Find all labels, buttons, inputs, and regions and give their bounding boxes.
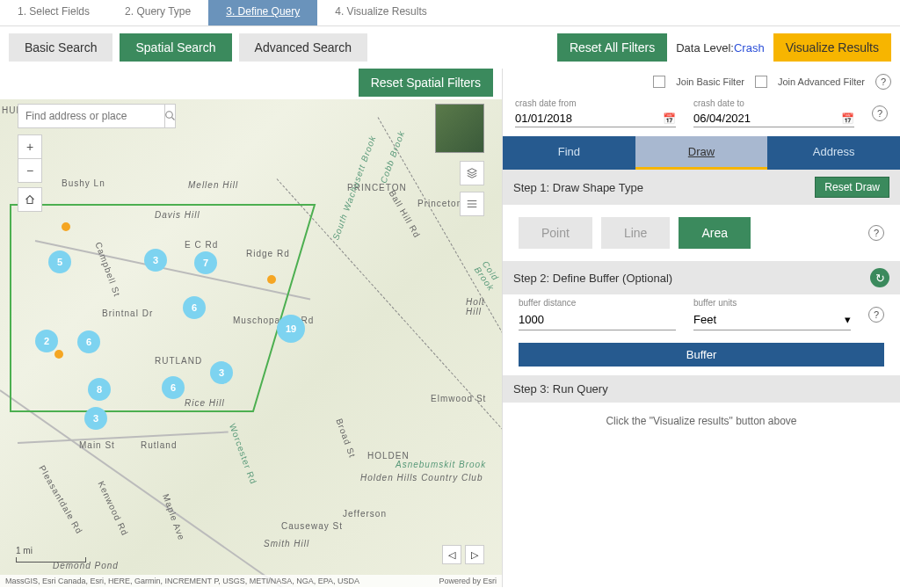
shape-line-button[interactable]: Line <box>601 217 670 249</box>
step3-header: Step 3: Run Query <box>503 375 900 403</box>
tab-draw[interactable]: Draw <box>635 136 768 170</box>
basemap-thumbnail[interactable] <box>435 104 484 153</box>
search-type-tabs: Basic Search Spatial Search Advanced Sea… <box>9 33 367 62</box>
svg-line-2 <box>172 118 175 120</box>
next-extent-button[interactable]: ▷ <box>465 545 484 564</box>
point-marker[interactable] <box>54 350 63 359</box>
visualize-results-button[interactable]: Visualize Results <box>773 33 891 62</box>
cluster-marker[interactable]: 2 <box>35 330 58 352</box>
svg-marker-0 <box>11 205 315 411</box>
map-canvas[interactable]: HUBBARDSTON PRINCETON Princeton RUTLAND … <box>0 99 502 587</box>
cluster-marker[interactable]: 8 <box>88 378 111 401</box>
join-basic-filter-checkbox[interactable] <box>653 76 665 88</box>
help-icon[interactable]: ? <box>868 225 884 241</box>
data-level-label: Data Level:Crash <box>676 41 764 54</box>
map-label-worcester: Worcester Rd <box>228 422 258 485</box>
home-extent-button[interactable] <box>18 187 42 212</box>
calendar-icon[interactable]: 📅 <box>663 113 676 125</box>
help-icon[interactable]: ? <box>868 307 884 323</box>
map-label-princeton: Princeton <box>417 199 462 208</box>
map-label-asneb: Asnebumskit Brook <box>396 460 486 469</box>
zoom-in-button[interactable]: + <box>18 134 42 159</box>
buffer-units-select[interactable]: Feet ▾ <box>693 309 851 330</box>
search-icon[interactable] <box>164 104 176 128</box>
point-marker[interactable] <box>62 222 70 231</box>
refresh-icon[interactable]: ↻ <box>870 268 889 287</box>
map-label-bushy: Bushy Ln <box>62 178 105 188</box>
prev-extent-button[interactable]: ◁ <box>442 545 461 564</box>
join-advanced-filter-label: Join Advanced Filter <box>778 76 865 87</box>
zoom-out-button[interactable]: − <box>18 158 42 183</box>
map-panel: Reset Spatial Filters HUBBARDSTON PRINCE… <box>0 69 502 587</box>
map-label-holdencc: Holden Hills Country Club <box>360 473 483 483</box>
date-to-input[interactable] <box>693 112 841 125</box>
wizard-step-1[interactable]: 1. Select Fields <box>0 0 107 25</box>
point-marker[interactable] <box>267 275 276 284</box>
map-label-rutland-caps: RUTLAND <box>155 356 202 366</box>
step2-header: Step 2: Define Buffer (Optional) ↻ <box>503 261 900 294</box>
map-search-input[interactable] <box>18 110 164 122</box>
wizard-step-3[interactable]: 3. Define Query <box>208 0 317 25</box>
calendar-icon[interactable]: 📅 <box>841 113 854 125</box>
data-level-key: Data Level: <box>676 41 734 54</box>
map-label-ridge: Ridge Rd <box>246 249 290 258</box>
layers-button[interactable] <box>460 161 484 185</box>
map-label-rutland: Rutland <box>141 440 177 450</box>
reset-all-filters-button[interactable]: Reset All Filters <box>557 33 667 62</box>
map-label-jefferson: Jefferson <box>343 509 387 519</box>
cluster-marker[interactable]: 5 <box>48 250 71 273</box>
cluster-marker[interactable]: 3 <box>144 249 167 272</box>
cluster-marker[interactable]: 6 <box>183 296 206 319</box>
buffer-units-label: buffer units <box>693 298 851 308</box>
cluster-marker[interactable]: 6 <box>77 330 100 353</box>
map-label-holt: Holt Hill <box>466 297 502 316</box>
chevron-down-icon: ▾ <box>845 313 851 326</box>
help-icon[interactable]: ? <box>875 74 891 90</box>
attribution-text: MassGIS, Esri Canada, Esri, HERE, Garmin… <box>5 577 359 585</box>
query-mode-tabs: Find Draw Address <box>503 136 900 170</box>
buffer-units-value: Feet <box>693 313 716 326</box>
toolbar: Basic Search Spatial Search Advanced Sea… <box>0 26 900 69</box>
help-icon[interactable]: ? <box>872 105 888 121</box>
map-label-cobb: Cobb Brook <box>378 129 406 185</box>
tab-advanced-search[interactable]: Advanced Search <box>239 33 368 62</box>
cluster-marker[interactable]: 7 <box>194 251 217 274</box>
map-search-box <box>18 104 176 128</box>
shape-area-button[interactable]: Area <box>679 217 751 249</box>
join-basic-filter-label: Join Basic Filter <box>676 76 744 87</box>
buffer-distance-label: buffer distance <box>519 298 676 308</box>
cluster-marker[interactable]: 3 <box>210 361 233 384</box>
date-from-label: crash date from <box>515 98 676 108</box>
buffer-button[interactable]: Buffer <box>519 343 884 367</box>
date-from-input[interactable] <box>515 112 663 125</box>
map-label-mellen: Mellen Hill <box>188 180 238 190</box>
cluster-marker[interactable]: 6 <box>162 376 185 399</box>
reset-spatial-filters-button[interactable]: Reset Spatial Filters <box>359 69 493 97</box>
join-advanced-filter-checkbox[interactable] <box>755 76 767 88</box>
map-label-smith: Smith Hill <box>264 539 309 548</box>
wizard-step-2[interactable]: 2. Query Type <box>107 0 208 25</box>
map-label-campbell: Campbell St <box>93 241 122 298</box>
menu-button[interactable] <box>460 192 484 216</box>
shape-point-button[interactable]: Point <box>519 217 592 249</box>
map-label-ball: Ball Hill Rd <box>387 188 422 239</box>
buffer-distance-input[interactable] <box>519 309 676 330</box>
svg-point-1 <box>166 112 173 119</box>
step1-header: Step 1: Draw Shape Type Reset Draw <box>503 170 900 205</box>
map-label-causeway: Causeway St <box>281 521 343 531</box>
data-level-value[interactable]: Crash <box>734 41 765 54</box>
cluster-marker[interactable]: 3 <box>84 407 107 430</box>
cluster-marker[interactable]: 19 <box>277 315 305 343</box>
map-label-main: Main St <box>79 440 115 450</box>
wizard-step-4[interactable]: 4. Visualize Results <box>317 0 445 25</box>
wizard-steps: 1. Select Fields 2. Query Type 3. Define… <box>0 0 900 26</box>
tab-spatial-search[interactable]: Spatial Search <box>120 33 231 62</box>
tab-address[interactable]: Address <box>767 136 900 170</box>
map-label-rice: Rice Hill <box>185 398 225 408</box>
date-to-label: crash date to <box>693 98 854 108</box>
tab-basic-search[interactable]: Basic Search <box>9 33 112 62</box>
reset-draw-button[interactable]: Reset Draw <box>815 177 889 198</box>
tab-find[interactable]: Find <box>503 136 635 170</box>
map-label-davis: Davis Hill <box>155 210 200 220</box>
step3-title: Step 3: Run Query <box>513 382 608 396</box>
